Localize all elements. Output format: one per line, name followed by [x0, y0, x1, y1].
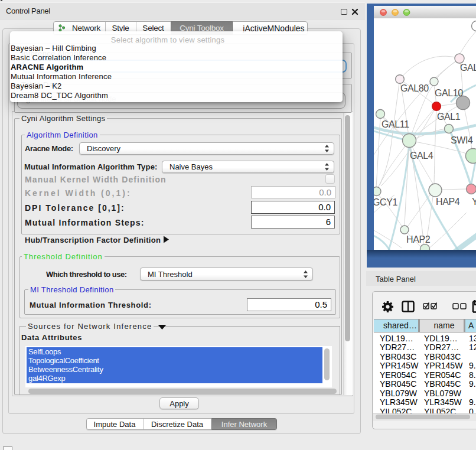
svg-text:GCY1: GCY1 — [374, 197, 397, 207]
svg-text:GAL2: GAL2 — [460, 63, 476, 73]
svg-text:GAL80: GAL80 — [400, 83, 429, 93]
svg-text:GAL11: GAL11 — [382, 119, 409, 129]
svg-text:GAL1: GAL1 — [437, 112, 461, 122]
svg-text:GAL10: GAL10 — [435, 88, 463, 98]
svg-text:SWI4: SWI4 — [451, 135, 473, 145]
svg-text:YE: YE — [472, 197, 476, 207]
svg-text:GAL4: GAL4 — [410, 151, 433, 161]
svg-text:HAP4: HAP4 — [436, 197, 460, 207]
svg-text:HAP2: HAP2 — [406, 234, 431, 244]
